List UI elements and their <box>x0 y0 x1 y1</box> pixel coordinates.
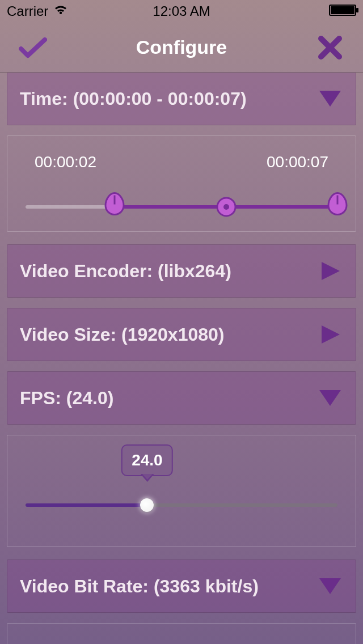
fps-label: FPS: (24.0) <box>20 388 113 409</box>
time-range-slider[interactable] <box>26 205 337 209</box>
time-range-thumb-start[interactable] <box>102 192 127 217</box>
status-bar: Carrier 12:03 AM <box>0 0 363 23</box>
chevron-down-icon <box>317 575 343 598</box>
fps-panel: 24.0 <box>7 435 356 547</box>
fps-slider[interactable]: 24.0 <box>26 503 337 507</box>
checkmark-icon <box>19 36 47 59</box>
fps-row[interactable]: FPS: (24.0) <box>7 371 356 425</box>
chevron-down-icon <box>317 87 343 110</box>
nav-bar: Configure <box>0 23 363 73</box>
video-size-row[interactable]: Video Size: (1920x1080) <box>7 308 356 361</box>
carrier-label: Carrier <box>7 3 48 19</box>
svg-point-2 <box>223 204 229 210</box>
bitrate-row[interactable]: Video Bit Rate: (3363 kbit/s) <box>7 560 356 613</box>
video-size-label: Video Size: (1920x1080) <box>20 324 225 345</box>
page-title: Configure <box>50 36 313 58</box>
status-left: Carrier <box>7 3 69 19</box>
close-icon <box>318 35 343 60</box>
chevron-right-icon <box>317 323 343 346</box>
wifi-icon <box>53 3 69 19</box>
time-panel: 00:00:02 00:00:07 <box>7 135 356 232</box>
chevron-down-icon <box>317 387 343 409</box>
fps-slider-thumb[interactable] <box>140 498 154 512</box>
video-encoder-row[interactable]: Video Encoder: (libx264) <box>7 244 356 298</box>
confirm-button[interactable] <box>16 36 50 59</box>
time-row-label: Time: (00:00:00 - 00:00:07) <box>20 88 247 109</box>
status-right <box>329 3 356 19</box>
close-button[interactable] <box>313 35 347 60</box>
time-range-thumb-end[interactable] <box>325 192 350 217</box>
bitrate-panel: 3363.0 <box>7 623 356 644</box>
time-start-label: 00:00:02 <box>35 153 96 171</box>
chevron-right-icon <box>317 260 343 282</box>
fps-value-bubble: 24.0 <box>121 444 173 476</box>
time-end-label: 00:00:07 <box>267 153 328 171</box>
bitrate-label: Video Bit Rate: (3363 kbit/s) <box>20 576 259 597</box>
video-encoder-label: Video Encoder: (libx264) <box>20 261 231 282</box>
battery-icon <box>329 5 356 16</box>
time-range-center-marker <box>216 197 237 217</box>
time-row[interactable]: Time: (00:00:00 - 00:00:07) <box>7 73 356 125</box>
